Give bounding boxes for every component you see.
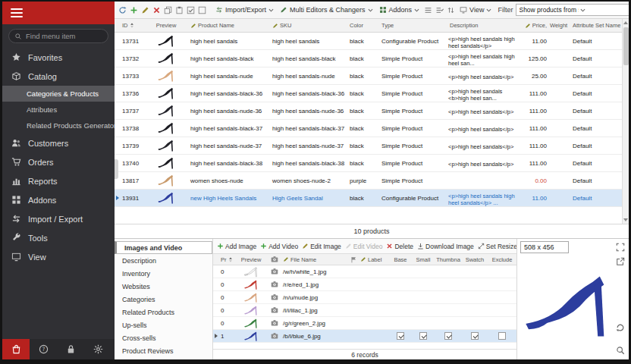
media-row[interactable]: 1/b/l/blue_6.jpg (213, 330, 516, 343)
import-export-dropdown[interactable]: Import/Export (214, 5, 275, 14)
rotate-icon[interactable] (616, 323, 625, 332)
edit-button[interactable] (141, 5, 149, 16)
sidebar-item-orders[interactable]: Orders (2, 152, 115, 171)
sort-updown-icon[interactable] (447, 5, 455, 15)
row-expander[interactable] (115, 196, 121, 200)
sidebar-item-customers[interactable]: Customers (2, 133, 115, 152)
media-row[interactable]: 0/n/u/nude.jpg (213, 291, 516, 304)
tab-product-reviews[interactable]: Product Reviews (115, 344, 212, 357)
check-all-button[interactable] (187, 5, 195, 16)
column-header-product-name[interactable]: Product Name (189, 19, 271, 32)
column-header-exclude[interactable]: Exclude (488, 254, 516, 265)
column-header-thumbna[interactable]: Thumbna (435, 254, 462, 265)
swatch-checkbox[interactable] (462, 330, 488, 342)
flag-column[interactable] (348, 254, 359, 265)
column-rows-icon[interactable] (424, 5, 432, 15)
store-icon[interactable] (2, 339, 30, 359)
uncheck-all-button[interactable] (198, 5, 206, 16)
media-row[interactable]: 0/w/h/white_1.jpg (213, 265, 516, 278)
product-row[interactable]: 13739high heel sandals-nude-37high heel … (115, 137, 629, 155)
column-header-preview[interactable]: Preview (234, 254, 268, 265)
tab-up-sells[interactable]: Up-sells (115, 318, 212, 331)
product-row[interactable]: 13817women shoes-nudewomen shoes-nude-2p… (115, 172, 629, 190)
add-button[interactable] (130, 5, 138, 16)
view-dropdown[interactable]: View (458, 5, 493, 14)
column-header-color[interactable]: Color (348, 19, 380, 32)
copy-button[interactable] (164, 5, 172, 16)
sidebar-subitem-attributes[interactable]: Attributes (2, 102, 115, 118)
add-image-button[interactable]: Add Image (217, 243, 256, 250)
menu-search-input[interactable]: Find menu item (8, 29, 108, 43)
sidebar-item-reports[interactable]: Reports (2, 171, 115, 190)
thumbnail-checkbox-box[interactable] (444, 332, 452, 340)
image-size-field[interactable]: 508 x 456 (520, 241, 569, 253)
scrollbar-thumb[interactable] (623, 27, 629, 65)
tab-websites[interactable]: Websites (115, 280, 212, 293)
scroll-up-icon[interactable] (623, 19, 629, 27)
lock-icon[interactable] (57, 339, 84, 359)
exclude-checkbox-box[interactable] (498, 332, 506, 340)
column-header-description[interactable]: Description (448, 19, 518, 32)
column-header-attribute-set-name[interactable]: Attribute Set Name (571, 19, 624, 32)
camera-column[interactable] (268, 254, 281, 265)
column-header-type[interactable]: Type (380, 19, 448, 32)
addons-dropdown[interactable]: Addons (378, 5, 422, 14)
base-checkbox-box[interactable] (397, 332, 404, 340)
column-header-base[interactable]: Base (389, 254, 412, 265)
column-header-sku[interactable]: SKU (271, 19, 348, 32)
refresh-button[interactable] (118, 5, 127, 16)
product-row[interactable]: 13732high heel sandals-blackhigh heel sa… (115, 50, 629, 67)
sidebar-subitem-categories-products[interactable]: Categories & Products (2, 86, 115, 102)
media-row[interactable]: 0/r/e/red_1.jpg (213, 278, 516, 291)
set-resize-rule-button[interactable]: Set Resize Rule (478, 243, 516, 250)
sidebar-item-addons[interactable]: Addons (2, 190, 115, 209)
swatch-checkbox-box[interactable] (471, 332, 479, 340)
product-row[interactable]: 13731high heel sandalshigh heel sandalsb… (115, 33, 629, 50)
exclude-checkbox[interactable] (488, 330, 516, 342)
small-checkbox-box[interactable] (419, 332, 427, 340)
column-header-swatch[interactable]: Swatch (462, 254, 488, 265)
sidebar-item-import-export[interactable]: Import / Export (2, 209, 115, 228)
tab-cross-sells[interactable]: Cross-sells (115, 331, 212, 344)
settings-icon[interactable] (84, 339, 111, 359)
zoom-icon[interactable] (616, 346, 625, 355)
sidebar-item-catalog[interactable]: Catalog (2, 67, 115, 86)
row-expander[interactable] (213, 334, 219, 338)
panel-collapse-handle[interactable] (115, 159, 118, 179)
download-image-button[interactable]: Download Image (417, 243, 474, 250)
add-video-button[interactable]: Add Video (260, 243, 298, 250)
product-row[interactable]: 13736high heel sandals-black-36high heel… (115, 85, 629, 102)
column-header-file-name[interactable]: File Name (281, 254, 348, 265)
product-row[interactable]: 13733high heel sandals-nudehigh heel san… (115, 67, 629, 85)
delete-button[interactable] (152, 5, 161, 16)
open-external-icon[interactable] (616, 257, 625, 266)
small-checkbox[interactable] (412, 330, 435, 342)
edit-image-button[interactable]: Edit Image (302, 243, 341, 250)
tab-images-and-video[interactable]: Images and Video (115, 241, 212, 254)
rows-check-icon[interactable] (435, 5, 444, 15)
product-row[interactable]: 13738high heel sandals-black-37high heel… (115, 120, 629, 137)
tab-inventory[interactable]: Inventory (115, 267, 212, 280)
hamburger-menu-icon[interactable] (11, 6, 23, 20)
thumbnail-checkbox[interactable] (435, 330, 462, 342)
delete-button[interactable]: Delete (386, 243, 413, 250)
column-header-label[interactable]: Label (359, 254, 389, 265)
grid-scrollbar[interactable] (622, 19, 629, 224)
product-row[interactable]: 13737high heel sandals-nude-36high heel … (115, 102, 629, 120)
base-checkbox[interactable] (389, 330, 412, 342)
tab-description[interactable]: Description (115, 254, 212, 267)
column-header-small[interactable]: Small (412, 254, 435, 265)
tab-categories[interactable]: Categories (115, 293, 212, 306)
scroll-down-icon[interactable] (623, 216, 629, 224)
column-header-price[interactable]: Price, (518, 19, 548, 32)
sidebar-subitem-related-products-generator[interactable]: Related Products Generator (2, 118, 115, 133)
column-header-pr[interactable]: Pr (219, 254, 234, 265)
tab-related-products[interactable]: Related Products (115, 306, 212, 318)
media-row[interactable]: 0/g/r/green_2.jpg (213, 317, 516, 330)
help-icon[interactable]: ? (30, 339, 57, 359)
column-header-weight[interactable]: Weight (548, 19, 571, 32)
fullscreen-icon[interactable] (616, 243, 625, 252)
column-header-preview[interactable]: Preview (143, 19, 189, 32)
media-row[interactable]: 0/l/i/lilac_1.jpg (213, 304, 516, 317)
sidebar-item-favorites[interactable]: Favorites (2, 48, 115, 67)
